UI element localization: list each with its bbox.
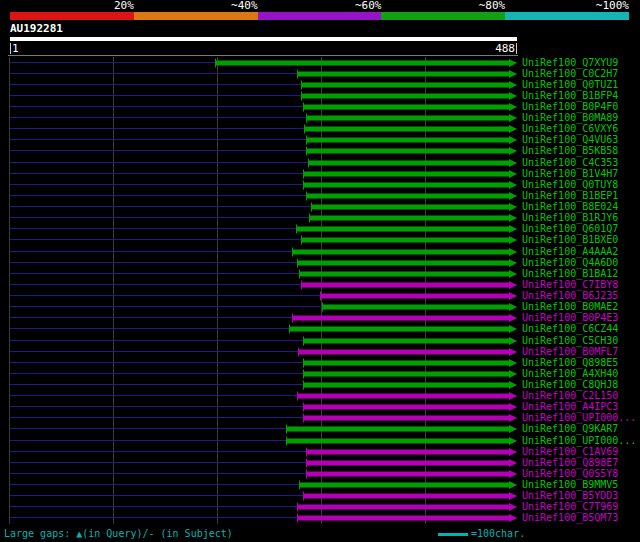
hit-bar[interactable] [298,349,509,354]
alignment-row: UniRef100_Q7XYU9 [0,57,640,68]
hit-label[interactable]: UniRef100_B1RJY6 [522,213,618,223]
hit-label[interactable]: UniRef100_UPI000... [522,413,636,423]
hit-label[interactable]: UniRef100_B1BA12 [522,269,618,279]
hit-bar[interactable] [303,382,509,387]
hit-bar[interactable] [289,327,509,332]
hit-bar[interactable] [306,471,509,476]
hit-bar[interactable] [297,71,509,76]
hit-bar[interactable] [303,405,509,410]
hit-label[interactable]: UniRef100_B5QM73 [522,513,618,523]
hit-bar[interactable] [286,438,509,443]
hit-arrowhead [509,403,517,411]
hit-bar[interactable] [322,305,509,310]
hit-bar[interactable] [301,93,509,98]
hit-label[interactable]: UniRef100_Q7XYU9 [522,58,618,68]
hit-label[interactable]: UniRef100_C1AV69 [522,447,618,457]
hit-bar[interactable] [306,449,509,454]
hit-bar[interactable] [306,149,509,154]
hit-label[interactable]: UniRef100_C8QHJ8 [522,380,618,390]
hit-bar[interactable] [306,460,509,465]
hit-bar[interactable] [301,82,509,87]
hit-label[interactable]: UniRef100_C6CZ44 [522,324,618,334]
hit-label[interactable]: UniRef100_B0P4F0 [522,102,618,112]
hit-label[interactable]: UniRef100_B1V4H7 [522,169,618,179]
hit-label[interactable]: UniRef100_Q898E7 [522,458,618,468]
hit-label[interactable]: UniRef100_B1BFP4 [522,91,618,101]
hit-label[interactable]: UniRef100_Q9KAR7 [522,424,618,434]
hit-bar[interactable] [297,516,509,521]
hit-label[interactable]: UniRef100_Q4VU63 [522,135,618,145]
hit-bar[interactable] [303,494,509,499]
hit-label[interactable]: UniRef100_C6VXY6 [522,124,618,134]
hit-label[interactable]: UniRef100_Q0TUY8 [522,180,618,190]
hit-bar[interactable] [215,60,509,65]
hit-label[interactable]: UniRef100_C0C2H7 [522,69,618,79]
hit-bar[interactable] [292,249,509,254]
hit-label[interactable]: UniRef100_Q4A6D0 [522,258,618,268]
hit-label[interactable]: UniRef100_B1BEP1 [522,191,618,201]
hit-label[interactable]: UniRef100_A4IPC3 [522,402,618,412]
hit-label[interactable]: UniRef100_C7IBY8 [522,280,618,290]
hit-label[interactable]: UniRef100_A4AAA2 [522,247,618,257]
hit-arrowhead [509,259,517,267]
hit-label[interactable]: UniRef100_Q0TUZ1 [522,80,618,90]
hit-arrowhead [509,59,517,67]
hit-label[interactable]: UniRef100_B6J235 [522,291,618,301]
hit-start-tick [308,158,309,167]
hit-bar[interactable] [306,193,509,198]
hit-bar[interactable] [320,294,509,299]
hit-bar[interactable] [292,316,509,321]
hit-bar[interactable] [297,260,509,265]
hit-bar[interactable] [303,182,509,187]
hit-bar[interactable] [306,138,509,143]
hit-label[interactable]: UniRef100_B0MAE2 [522,302,618,312]
hit-arrowhead [509,181,517,189]
hit-label[interactable]: UniRef100_Q0S5Y8 [522,469,618,479]
hit-bar[interactable] [301,238,509,243]
hit-bar[interactable] [303,360,509,365]
hit-label[interactable]: UniRef100_B5YDD3 [522,491,618,501]
hit-start-tick [303,180,304,189]
hit-bar[interactable] [303,105,509,110]
hit-label[interactable]: UniRef100_Q601Q7 [522,224,618,234]
hit-bar[interactable] [296,227,509,232]
alignment-row: UniRef100_Q898E5 [0,357,640,368]
hit-bar[interactable] [299,483,509,488]
hit-bar[interactable] [304,127,509,132]
hit-bar[interactable] [303,416,509,421]
hit-label[interactable]: UniRef100_C5CH30 [522,336,618,346]
hit-bar[interactable] [299,271,509,276]
hit-label[interactable]: UniRef100_UPI000... [522,436,636,446]
hit-bar[interactable] [311,205,509,210]
hit-bar[interactable] [301,282,509,287]
hit-arrowhead [509,381,517,389]
hit-bar[interactable] [309,216,509,221]
hit-bar[interactable] [303,338,509,343]
hit-label[interactable]: UniRef100_A4XH40 [522,369,618,379]
hit-label[interactable]: UniRef100_B5KB58 [522,146,618,156]
hit-start-tick [303,336,304,345]
hit-label[interactable]: UniRef100_C2L150 [522,391,618,401]
hit-label[interactable]: UniRef100_B0MA89 [522,113,618,123]
hit-arrowhead [509,470,517,478]
hit-bar[interactable] [286,427,509,432]
hit-label[interactable]: UniRef100_B0P4E3 [522,313,618,323]
hit-start-tick [304,125,305,134]
hit-start-tick [292,314,293,323]
alignment-row: UniRef100_C1AV69 [0,446,640,457]
hit-bar[interactable] [297,394,509,399]
hit-label[interactable]: UniRef100_C7T969 [522,502,618,512]
hit-label[interactable]: UniRef100_B0MFL7 [522,347,618,357]
hit-label[interactable]: UniRef100_C4C353 [522,158,618,168]
hit-label[interactable]: UniRef100_B9MMV5 [522,480,618,490]
hit-label[interactable]: UniRef100_Q898E5 [522,358,618,368]
hit-bar[interactable] [303,171,509,176]
hit-bar[interactable] [303,371,509,376]
hit-arrowhead [509,437,517,445]
hit-bar[interactable] [306,116,509,121]
hit-label[interactable]: UniRef100_B1BXE0 [522,235,618,245]
hit-bar[interactable] [308,160,509,165]
hit-label[interactable]: UniRef100_B8E024 [522,202,618,212]
hit-bar[interactable] [297,505,509,510]
hit-arrowhead [509,103,517,111]
